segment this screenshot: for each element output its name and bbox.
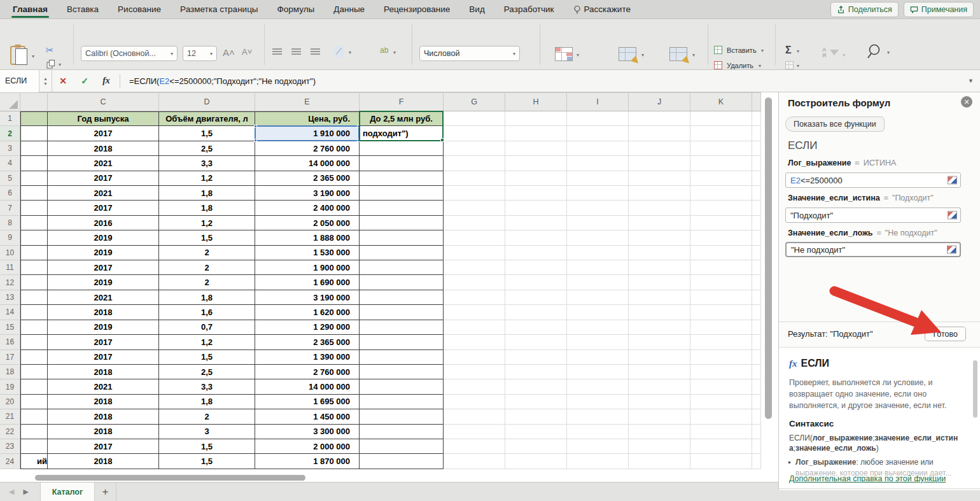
cell[interactable]: [567, 425, 629, 439]
cell[interactable]: [690, 186, 752, 201]
cell[interactable]: [752, 230, 761, 245]
cell[interactable]: [505, 111, 567, 126]
row-number-1[interactable]: 1: [0, 111, 20, 126]
menu-tab-0[interactable]: Главная: [11, 0, 49, 19]
cell[interactable]: [752, 246, 761, 260]
cell[interactable]: [629, 230, 690, 245]
cell-E2-selected[interactable]: 1 910 000: [255, 126, 360, 141]
cell[interactable]: [690, 216, 752, 230]
cell[interactable]: [444, 260, 505, 275]
cell[interactable]: [444, 350, 505, 365]
more-help-link[interactable]: Дополнительная справка по этой функции: [789, 474, 946, 483]
sheet-tab-katalog[interactable]: Каталог: [40, 483, 95, 501]
delete-cells-chevron[interactable]: ▾: [759, 63, 761, 69]
cell[interactable]: [629, 141, 690, 156]
cell[interactable]: [752, 335, 761, 349]
cell[interactable]: 3 300 000: [255, 425, 360, 439]
cell[interactable]: [629, 171, 690, 186]
cell[interactable]: [690, 379, 752, 394]
cell[interactable]: [360, 320, 444, 335]
done-button[interactable]: Готово: [925, 327, 966, 341]
cell[interactable]: [444, 216, 505, 230]
cell[interactable]: [567, 350, 629, 365]
find-select-chevron[interactable]: ▾: [887, 50, 890, 55]
cell[interactable]: [690, 275, 752, 290]
cell[interactable]: 1 870 000: [255, 454, 360, 469]
row-number-19[interactable]: 19: [0, 379, 20, 394]
cell[interactable]: [690, 454, 752, 469]
cell[interactable]: 1,5: [159, 350, 255, 365]
cell[interactable]: [690, 320, 752, 335]
cell[interactable]: 2: [159, 260, 255, 275]
cell[interactable]: 2019: [48, 246, 159, 260]
cell[interactable]: [360, 454, 444, 469]
cell[interactable]: [360, 275, 444, 290]
comments-button[interactable]: Примечания: [904, 2, 974, 17]
cell[interactable]: [629, 260, 690, 275]
cell[interactable]: 2: [159, 246, 255, 260]
cell[interactable]: 1 695 000: [255, 395, 360, 409]
cell[interactable]: 1 620 000: [255, 305, 360, 320]
cell[interactable]: 2016: [48, 216, 159, 230]
cell[interactable]: 1,2: [159, 171, 255, 186]
cell[interactable]: [20, 216, 48, 230]
cell[interactable]: 1,5: [159, 439, 255, 454]
cell[interactable]: 2: [159, 275, 255, 290]
cell[interactable]: 2018: [48, 395, 159, 409]
cell[interactable]: 2: [159, 409, 255, 424]
cell[interactable]: [20, 230, 48, 245]
cell[interactable]: [20, 365, 48, 379]
cell[interactable]: [690, 350, 752, 365]
cell[interactable]: [360, 141, 444, 156]
arg2-input[interactable]: "Подходит": [785, 208, 961, 223]
cell[interactable]: [444, 395, 505, 409]
menu-tab-6[interactable]: Рецензирование: [382, 0, 451, 19]
cell[interactable]: [20, 290, 48, 305]
row-number-22[interactable]: 22: [0, 425, 20, 439]
cell[interactable]: [690, 111, 752, 126]
cell[interactable]: [629, 216, 690, 230]
cell[interactable]: [505, 246, 567, 260]
cell[interactable]: [444, 201, 505, 215]
column-header-D[interactable]: D: [159, 92, 255, 111]
share-button[interactable]: Поделиться: [830, 2, 899, 17]
cell[interactable]: 2019: [48, 275, 159, 290]
cell[interactable]: 0,7: [159, 320, 255, 335]
wrap-text-icon[interactable]: ab: [380, 46, 388, 55]
find-select-icon[interactable]: [867, 43, 883, 60]
cell[interactable]: [505, 305, 567, 320]
cell[interactable]: [360, 246, 444, 260]
column-header-partial[interactable]: [20, 92, 48, 111]
cell[interactable]: [505, 141, 567, 156]
name-box-stepper[interactable]: ▲▼: [39, 70, 52, 92]
cell[interactable]: 2 760 000: [255, 141, 360, 156]
cell[interactable]: 2017: [48, 126, 159, 141]
cell[interactable]: [690, 425, 752, 439]
cell[interactable]: [360, 186, 444, 201]
cell[interactable]: [629, 379, 690, 394]
column-header-partial[interactable]: [752, 92, 761, 111]
cell[interactable]: [629, 395, 690, 409]
cell[interactable]: [629, 425, 690, 439]
column-header-C[interactable]: C: [48, 92, 159, 111]
cell[interactable]: [567, 275, 629, 290]
cell[interactable]: [690, 260, 752, 275]
cell[interactable]: [360, 439, 444, 454]
cell[interactable]: 2021: [48, 156, 159, 171]
cell[interactable]: [360, 350, 444, 365]
cell[interactable]: [20, 379, 48, 394]
cell[interactable]: [505, 186, 567, 201]
cell[interactable]: [752, 186, 761, 201]
row-number-10[interactable]: 10: [0, 246, 20, 260]
select-all-corner[interactable]: [0, 92, 20, 111]
cell[interactable]: [567, 230, 629, 245]
cell[interactable]: [444, 186, 505, 201]
menu-tab-5[interactable]: Данные: [332, 0, 366, 19]
copy-chevron[interactable]: ▾: [59, 62, 61, 67]
cell[interactable]: 1,8: [159, 290, 255, 305]
cell[interactable]: [752, 454, 761, 469]
cell[interactable]: 2021: [48, 379, 159, 394]
cell[interactable]: [690, 201, 752, 215]
cell[interactable]: [444, 320, 505, 335]
cell[interactable]: [360, 201, 444, 215]
